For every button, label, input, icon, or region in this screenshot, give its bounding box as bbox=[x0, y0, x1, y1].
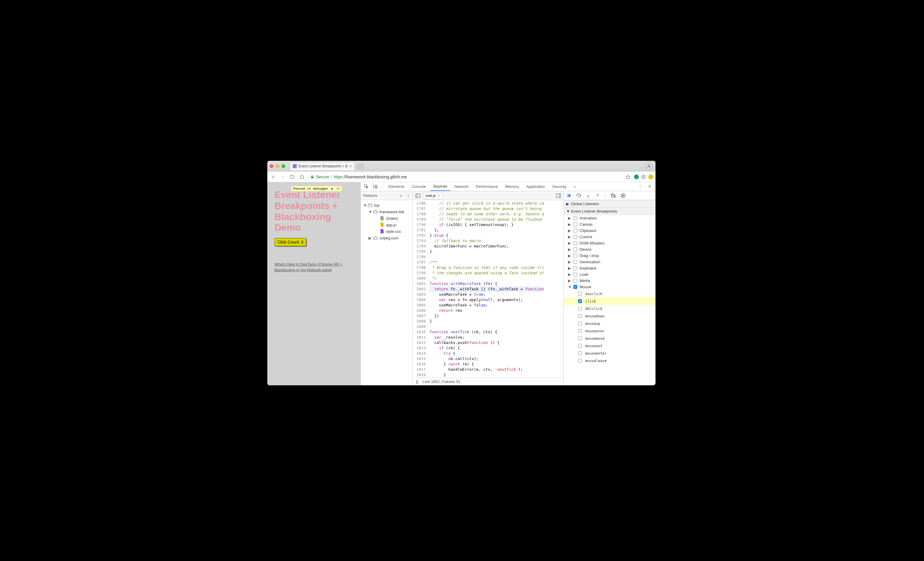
reload-button[interactable] bbox=[289, 173, 296, 180]
whats-new-link[interactable]: What's New In DevTools (Chrome 66) > Bla… bbox=[274, 262, 342, 272]
click-count-button[interactable]: Click Count: 3 bbox=[274, 238, 306, 246]
profile-icon[interactable] bbox=[645, 162, 653, 170]
breakpoint-event[interactable]: auxclick bbox=[564, 290, 656, 297]
pretty-print-icon[interactable]: {} bbox=[416, 380, 418, 384]
tab-console[interactable]: Console bbox=[409, 183, 429, 190]
tab-security[interactable]: Security bbox=[549, 183, 569, 190]
chevron-right-icon[interactable]: ▶ bbox=[568, 222, 571, 226]
chevron-right-icon[interactable]: ▶ bbox=[568, 228, 571, 233]
event-checkbox[interactable] bbox=[578, 322, 582, 326]
breakpoint-event[interactable]: mouseover bbox=[564, 327, 656, 335]
browser-tab[interactable]: Event Listener Breakpoints + B × bbox=[290, 162, 354, 170]
event-checkbox[interactable] bbox=[578, 314, 582, 318]
tab-application[interactable]: Application bbox=[524, 183, 548, 190]
event-checkbox[interactable] bbox=[578, 299, 582, 303]
chevron-right-icon[interactable]: ▶ bbox=[568, 247, 571, 252]
event-checkbox[interactable] bbox=[578, 336, 582, 340]
category-checkbox[interactable] bbox=[573, 260, 577, 264]
event-checkbox[interactable] bbox=[578, 307, 582, 310]
close-window-button[interactable] bbox=[270, 164, 273, 168]
navigator-menu-icon[interactable]: ⋮ bbox=[406, 193, 410, 198]
toggle-navigator-icon[interactable] bbox=[415, 194, 421, 198]
extension-icon[interactable] bbox=[641, 174, 646, 179]
breakpoint-category[interactable]: ▶Clipboard bbox=[564, 228, 656, 234]
breakpoint-event[interactable]: mouseup bbox=[564, 320, 656, 327]
extension-icon[interactable] bbox=[634, 174, 639, 179]
new-tab-button[interactable] bbox=[357, 163, 364, 169]
breakpoint-event[interactable]: dblclick bbox=[564, 305, 656, 312]
breakpoint-event[interactable]: mouseenter bbox=[564, 350, 656, 357]
category-checkbox[interactable] bbox=[573, 248, 577, 251]
more-tabs-icon[interactable]: » bbox=[570, 184, 579, 189]
pause-on-exceptions-button[interactable] bbox=[620, 193, 626, 199]
tree-file-appjs[interactable]: app.js bbox=[362, 222, 411, 228]
editor-tab-vuejs[interactable]: vue.js × bbox=[423, 192, 442, 199]
category-checkbox[interactable] bbox=[573, 285, 577, 289]
tab-sources[interactable]: Sources bbox=[430, 182, 450, 191]
breakpoint-category[interactable]: ▶Device bbox=[564, 246, 656, 252]
breakpoint-category[interactable]: ▶Animation bbox=[564, 215, 656, 221]
category-checkbox[interactable] bbox=[573, 254, 577, 258]
tab-memory[interactable]: Memory bbox=[502, 183, 522, 190]
chevron-right-icon[interactable]: ▶ bbox=[568, 260, 571, 264]
device-toolbar-icon[interactable] bbox=[372, 184, 379, 189]
extension-icon[interactable] bbox=[648, 174, 653, 179]
step-out-button[interactable] bbox=[595, 193, 601, 199]
toggle-debugger-icon[interactable] bbox=[555, 194, 562, 198]
resume-icon[interactable] bbox=[330, 187, 334, 190]
chevron-right-icon[interactable]: ▶ bbox=[568, 216, 571, 220]
breakpoint-category[interactable]: ▶DOM Mutation bbox=[564, 240, 656, 246]
tab-elements[interactable]: Elements bbox=[386, 183, 408, 190]
tab-performance[interactable]: Performance bbox=[473, 183, 501, 190]
tab-network[interactable]: Network bbox=[452, 183, 472, 190]
deactivate-breakpoints-button[interactable] bbox=[610, 193, 616, 199]
chevron-right-icon[interactable]: ▶ bbox=[568, 278, 571, 283]
breakpoint-category[interactable]: ▶Canvas bbox=[564, 221, 656, 228]
breakpoint-category[interactable]: ▶Keyboard bbox=[564, 265, 656, 271]
category-checkbox[interactable] bbox=[573, 266, 577, 270]
event-checkbox[interactable] bbox=[578, 344, 582, 348]
event-checkbox[interactable] bbox=[578, 329, 582, 333]
forward-button[interactable] bbox=[279, 173, 286, 180]
category-checkbox[interactable] bbox=[573, 241, 577, 245]
breakpoint-category[interactable]: ▶Load bbox=[564, 271, 656, 278]
minimize-window-button[interactable] bbox=[276, 164, 279, 168]
tree-file-index[interactable]: (index) bbox=[362, 215, 411, 222]
tree-node-unpkg[interactable]: ▶ unpkg.com bbox=[362, 235, 411, 241]
home-button[interactable] bbox=[298, 173, 305, 180]
section-event-listener-breakpoints[interactable]: ▼ Event Listener Breakpoints bbox=[564, 207, 656, 215]
category-checkbox[interactable] bbox=[573, 235, 577, 239]
category-checkbox[interactable] bbox=[573, 229, 577, 232]
chevron-down-icon[interactable]: ▼ bbox=[568, 285, 571, 289]
chevron-right-icon[interactable]: ▶ bbox=[568, 272, 571, 277]
close-tab-icon[interactable]: × bbox=[350, 164, 352, 168]
breakpoint-category[interactable]: ▶Media bbox=[564, 278, 656, 284]
maximize-window-button[interactable] bbox=[282, 164, 285, 168]
step-over-button[interactable] bbox=[576, 193, 582, 199]
chevron-right-icon[interactable]: ▶ bbox=[568, 235, 571, 239]
tree-node-top[interactable]: ▼ top bbox=[362, 202, 411, 208]
chevron-right-icon[interactable]: ▶ bbox=[568, 254, 571, 258]
devtools-menu-icon[interactable]: ⋮ bbox=[636, 184, 644, 189]
event-checkbox[interactable] bbox=[578, 292, 582, 296]
chevron-right-icon[interactable]: ▶ bbox=[568, 241, 571, 245]
tree-file-stylecss[interactable]: style.css bbox=[362, 228, 411, 235]
breakpoint-event[interactable]: click bbox=[564, 297, 656, 305]
chevron-right-icon[interactable]: ▶ bbox=[568, 266, 571, 270]
inspect-element-icon[interactable] bbox=[363, 184, 370, 189]
category-checkbox[interactable] bbox=[573, 273, 577, 276]
bookmark-star-icon[interactable] bbox=[624, 173, 632, 180]
breakpoint-category[interactable]: ▶Drag / drop bbox=[564, 252, 656, 259]
step-into-button[interactable] bbox=[585, 193, 591, 199]
breakpoint-event[interactable]: mousemove bbox=[564, 335, 656, 342]
event-checkbox[interactable] bbox=[578, 359, 582, 363]
breakpoint-event[interactable]: mouseout bbox=[564, 342, 656, 350]
breakpoint-event[interactable]: mouseleave bbox=[564, 357, 656, 364]
category-checkbox[interactable] bbox=[573, 279, 577, 283]
category-checkbox[interactable] bbox=[573, 222, 577, 226]
code-editor[interactable]: 1786178717881789179017911792179317941795… bbox=[413, 200, 564, 378]
devtools-close-icon[interactable]: ✕ bbox=[645, 184, 654, 189]
navigator-tab-network[interactable]: Network bbox=[363, 193, 378, 198]
address-bar[interactable]: Secure | https://framework-blackboxing.g… bbox=[310, 174, 622, 179]
category-checkbox[interactable] bbox=[573, 216, 577, 220]
